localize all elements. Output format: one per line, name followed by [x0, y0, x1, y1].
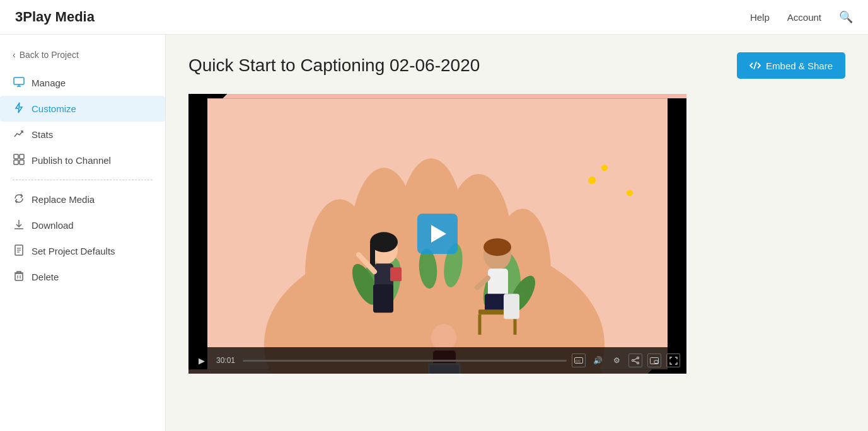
svg-point-63 [632, 360, 634, 362]
sidebar-item-publish-to-channel[interactable]: Publish to Channel [0, 147, 165, 173]
sidebar-item-delete-label: Delete [32, 272, 59, 282]
svg-point-64 [637, 362, 639, 364]
svg-rect-68 [654, 360, 658, 364]
sidebar-item-delete[interactable]: Delete [0, 264, 165, 290]
sidebar-item-set-project-defaults-label: Set Project Defaults [32, 246, 115, 256]
sidebar-divider [13, 180, 153, 180]
svg-rect-44 [390, 267, 402, 281]
back-to-project-link[interactable]: ‹ Back to Project [0, 45, 165, 70]
svg-rect-42 [370, 242, 375, 267]
sidebar-item-manage-label: Manage [32, 78, 66, 88]
svg-rect-58 [188, 98, 207, 369]
refresh-icon [13, 193, 25, 206]
sidebar-item-stats[interactable]: Stats [0, 122, 165, 147]
sidebar-item-stats-label: Stats [32, 129, 53, 140]
svg-line-66 [634, 361, 637, 363]
svg-point-37 [627, 190, 633, 196]
header-nav: Help Account 🔍 [750, 10, 853, 24]
fullscreen-button[interactable] [666, 353, 680, 367]
back-label: Back to Project [20, 50, 79, 60]
svg-marker-3 [16, 103, 22, 113]
settings-button[interactable]: ⚙ [610, 353, 623, 367]
sidebar-item-publish-label: Publish to Channel [32, 155, 111, 166]
video-control-icons: CC 🔊 ⚙ [572, 353, 680, 367]
svg-point-36 [601, 164, 608, 171]
app-logo: 3Play Media [15, 9, 95, 25]
svg-rect-59 [668, 98, 686, 369]
svg-line-65 [634, 359, 637, 360]
download-icon [13, 219, 25, 232]
page-title: Quick Start to Captioning 02-06-2020 [188, 55, 480, 76]
sidebar-item-download[interactable]: Download [0, 212, 165, 238]
svg-rect-7 [20, 160, 24, 164]
search-icon[interactable]: 🔍 [839, 10, 853, 24]
svg-rect-0 [14, 78, 24, 84]
volume-button[interactable]: 🔊 [591, 353, 605, 367]
svg-rect-5 [20, 154, 24, 159]
svg-rect-6 [14, 160, 18, 164]
svg-point-35 [588, 176, 596, 184]
grid-icon [13, 154, 25, 167]
cc-button[interactable]: CC [572, 353, 586, 367]
sidebar: ‹ Back to Project Manage Customize [0, 35, 166, 431]
video-player: ▶ 30:01 CC 🔊 ⚙ [188, 94, 686, 374]
svg-point-62 [637, 357, 639, 359]
help-link[interactable]: Help [750, 12, 770, 23]
embed-share-button[interactable]: Embed & Share [737, 52, 845, 79]
sidebar-item-download-label: Download [32, 220, 74, 231]
header: 3Play Media Help Account 🔍 [0, 0, 868, 35]
code-icon [749, 60, 761, 71]
share-button[interactable] [628, 353, 642, 367]
video-progress-bar[interactable] [243, 360, 567, 362]
svg-text:CC: CC [576, 359, 581, 363]
monitor-icon [13, 76, 25, 89]
svg-rect-14 [15, 273, 23, 280]
svg-rect-40 [373, 284, 393, 313]
embed-share-label: Embed & Share [766, 60, 833, 71]
main-content: Quick Start to Captioning 02-06-2020 Emb… [166, 35, 868, 431]
sidebar-item-manage[interactable]: Manage [0, 70, 165, 96]
svg-rect-57 [504, 294, 519, 319]
chart-icon [13, 128, 25, 141]
sidebar-item-customize[interactable]: Customize [0, 96, 165, 122]
main-header: Quick Start to Captioning 02-06-2020 Emb… [188, 52, 845, 79]
play-button[interactable] [417, 214, 458, 254]
video-thumbnail [188, 94, 686, 374]
bolt-icon [13, 102, 25, 115]
svg-rect-47 [488, 268, 508, 297]
pip-button[interactable] [647, 353, 661, 367]
sidebar-item-replace-media[interactable]: Replace Media [0, 187, 165, 212]
video-play-button[interactable]: ▶ [195, 353, 209, 367]
account-link[interactable]: Account [787, 12, 821, 23]
trash-icon [13, 270, 25, 284]
sidebar-item-replace-media-label: Replace Media [32, 194, 95, 205]
svg-point-46 [483, 238, 511, 256]
play-icon [431, 225, 446, 243]
chevron-left-icon: ‹ [13, 50, 16, 60]
sidebar-item-customize-label: Customize [32, 103, 76, 114]
doc-icon [13, 244, 25, 258]
video-time: 30:01 [216, 356, 235, 365]
sidebar-item-set-project-defaults[interactable]: Set Project Defaults [0, 238, 165, 264]
video-controls: ▶ 30:01 CC 🔊 ⚙ [188, 347, 686, 374]
page-layout: ‹ Back to Project Manage Customize [0, 35, 868, 431]
svg-rect-4 [14, 154, 18, 159]
svg-line-17 [754, 62, 756, 69]
